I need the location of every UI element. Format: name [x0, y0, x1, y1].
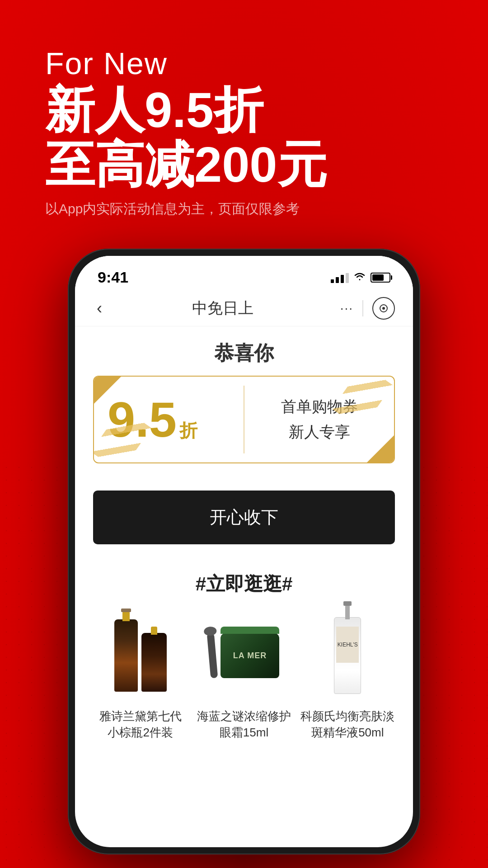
- max-save-text: 至高减200元: [45, 137, 327, 192]
- product-image-lamer: LA MER: [203, 610, 285, 701]
- phone-mockup: 9:41: [68, 249, 420, 854]
- kiehls-bottle: KIEHL'S: [334, 617, 361, 694]
- browse-title: #立即逛逛#: [93, 571, 395, 597]
- product-image-estee: [100, 610, 181, 701]
- congrats-title: 恭喜你: [75, 326, 413, 376]
- product-name-kiehls: 科颜氏均衡亮肤淡斑精华液50ml: [300, 708, 394, 741]
- product-image-kiehls: KIEHL'S: [307, 610, 388, 701]
- product-name-lamer: 海蓝之谜浓缩修护眼霜15ml: [197, 708, 291, 741]
- signal-bar-4: [346, 273, 349, 283]
- coupon-card: 9.5 折 首单购物券 新人专享: [93, 376, 395, 463]
- nav-title: 中免日上: [192, 298, 253, 319]
- scan-button[interactable]: [372, 297, 395, 320]
- signal-bar-1: [331, 279, 334, 283]
- browse-section: #立即逛逛# 雅诗兰黛第七代小棕瓶2件装: [75, 558, 413, 750]
- products-grid: 雅诗兰黛第七代小棕瓶2件装 LA MER: [93, 610, 395, 741]
- battery-icon: [371, 273, 390, 283]
- nav-bar: ‹ 中免日上 ···: [75, 291, 413, 326]
- coupon-divider: [244, 386, 244, 453]
- kiehls-illustration: KIEHL'S: [334, 617, 361, 694]
- cta-wrapper: 开心收下: [75, 477, 413, 558]
- lamer-jar: LA MER: [221, 633, 279, 678]
- estee-illustration: [114, 619, 167, 692]
- status-bar: 9:41: [75, 256, 413, 291]
- coupon-unit: 折: [179, 418, 197, 443]
- more-menu-button[interactable]: ···: [340, 301, 353, 316]
- coupon-desc2: 新人专享: [289, 422, 350, 443]
- ribbon-top-left: [94, 377, 121, 404]
- product-item-estee[interactable]: 雅诗兰黛第七代小棕瓶2件装: [93, 610, 188, 741]
- hero-section: For New 新人9.5折 至高减200元 以App内实际活动信息为主，页面仅…: [45, 45, 327, 218]
- back-button[interactable]: ‹: [93, 295, 106, 321]
- signal-bar-2: [336, 277, 339, 283]
- nav-actions: ···: [340, 297, 395, 320]
- wifi-icon: [353, 271, 366, 284]
- lamer-label: LA MER: [233, 651, 267, 660]
- battery-fill: [372, 274, 384, 281]
- product-item-kiehls[interactable]: KIEHL'S 科颜氏均衡亮肤淡斑精华液50ml: [300, 610, 395, 741]
- product-item-lamer[interactable]: LA MER 海蓝之谜浓缩修护眼霜15ml: [197, 610, 291, 741]
- ribbon-bottom-right: [367, 435, 394, 462]
- discount-text: 新人9.5折: [45, 82, 327, 137]
- kiehls-label: KIEHL'S: [336, 627, 359, 663]
- status-icons: [331, 271, 390, 284]
- phone-inner: 9:41: [75, 256, 413, 847]
- product-name-estee: 雅诗兰黛第七代小棕瓶2件装: [99, 708, 182, 741]
- accept-coupon-button[interactable]: 开心收下: [93, 491, 395, 544]
- svg-point-1: [382, 307, 385, 310]
- estee-bottle-1: [114, 619, 138, 692]
- lamer-spoon: [207, 632, 218, 678]
- nav-divider: [362, 300, 363, 316]
- signal-icon: [331, 272, 349, 283]
- coupon-wrapper: 9.5 折 首单购物券 新人专享: [75, 376, 413, 477]
- signal-bar-3: [341, 275, 344, 283]
- estee-bottle-2: [141, 633, 167, 692]
- lamer-illustration: LA MER: [209, 633, 279, 678]
- status-time: 9:41: [98, 269, 128, 286]
- for-new-label: For New: [45, 45, 327, 82]
- disclaimer-text: 以App内实际活动信息为主，页面仅限参考: [45, 200, 327, 218]
